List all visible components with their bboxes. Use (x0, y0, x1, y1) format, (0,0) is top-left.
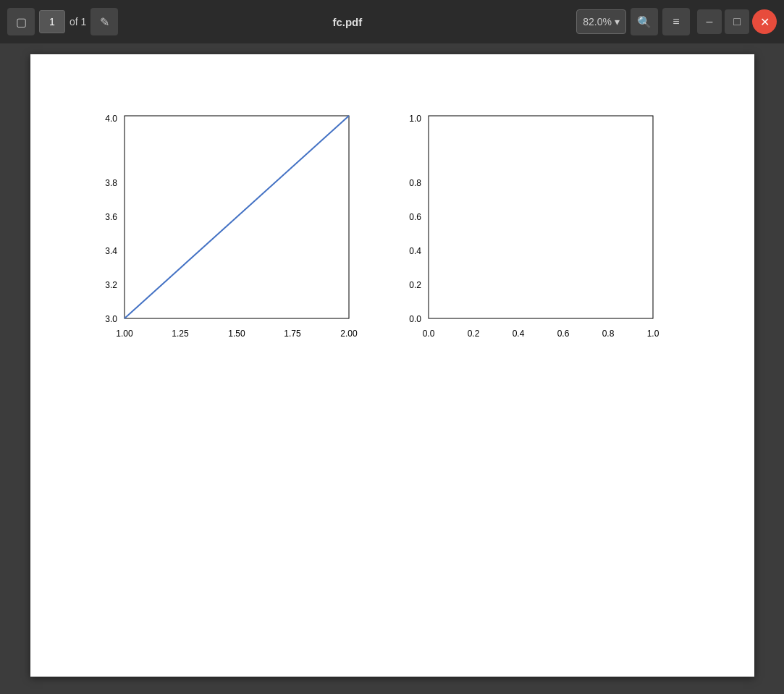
y-label-36: 3.6 (105, 212, 117, 222)
y-label-40: 4.0 (105, 114, 117, 124)
sidebar-toggle-button[interactable]: ▢ (7, 8, 35, 35)
rx-label-02: 0.2 (467, 329, 479, 339)
y-label-34: 3.4 (105, 246, 117, 256)
ry-label-02: 0.2 (409, 280, 421, 290)
rx-label-10: 1.0 (646, 329, 659, 339)
charts-container: 3.0 3.2 3.4 3.6 3.8 4.0 1.00 1.25 1.50 1… (81, 109, 667, 347)
search-button[interactable]: 🔍 (631, 8, 658, 35)
x-label-200: 2.00 (340, 329, 358, 339)
rx-label-00: 0.0 (422, 329, 434, 339)
y-label-38: 3.8 (105, 178, 117, 188)
x-label-175: 1.75 (284, 329, 301, 339)
maximize-button[interactable]: □ (725, 9, 749, 34)
ry-label-06: 0.6 (409, 212, 421, 222)
pdf-page: 3.0 3.2 3.4 3.6 3.8 4.0 1.00 1.25 1.50 1… (30, 54, 754, 677)
svg-rect-1 (429, 116, 653, 318)
pencil-button[interactable]: ✎ (90, 8, 118, 35)
content-area: 3.0 3.2 3.4 3.6 3.8 4.0 1.00 1.25 1.50 1… (0, 43, 784, 694)
ry-label-04: 0.4 (409, 246, 421, 256)
window-controls: – □ ✕ (697, 9, 777, 34)
left-chart-wrapper: 3.0 3.2 3.4 3.6 3.8 4.0 1.00 1.25 1.50 1… (81, 109, 363, 347)
zoom-chevron-icon: ▾ (615, 16, 620, 27)
rx-label-06: 0.6 (557, 329, 569, 339)
right-chart-wrapper: 0.0 0.2 0.4 0.6 0.8 1.0 0.0 0.2 0.4 0.6 … (385, 109, 667, 347)
left-chart: 3.0 3.2 3.4 3.6 3.8 4.0 1.00 1.25 1.50 1… (81, 109, 363, 347)
minimize-button[interactable]: – (697, 9, 722, 34)
y-label-30: 3.0 (105, 314, 117, 324)
page-of-label: of 1 (69, 16, 86, 27)
x-label-100: 1.00 (116, 329, 133, 339)
rx-label-08: 0.8 (602, 329, 614, 339)
page-number-input[interactable] (39, 10, 65, 33)
ry-label-10: 1.0 (409, 114, 421, 124)
y-label-32: 3.2 (105, 280, 117, 290)
right-chart: 0.0 0.2 0.4 0.6 0.8 1.0 0.0 0.2 0.4 0.6 … (385, 109, 667, 347)
close-button[interactable]: ✕ (752, 9, 777, 34)
zoom-level-label: 82.0% (583, 16, 612, 27)
x-label-125: 1.25 (172, 329, 189, 339)
titlebar: ▢ of 1 ✎ fc.pdf 82.0% ▾ 🔍 ≡ – □ ✕ (0, 0, 784, 43)
x-label-150: 1.50 (228, 329, 245, 339)
document-title: fc.pdf (122, 16, 572, 28)
ry-label-00: 0.0 (409, 314, 421, 324)
menu-button[interactable]: ≡ (662, 8, 690, 35)
ry-label-08: 0.8 (409, 178, 421, 188)
zoom-button[interactable]: 82.0% ▾ (576, 9, 626, 34)
rx-label-04: 0.4 (512, 329, 524, 339)
